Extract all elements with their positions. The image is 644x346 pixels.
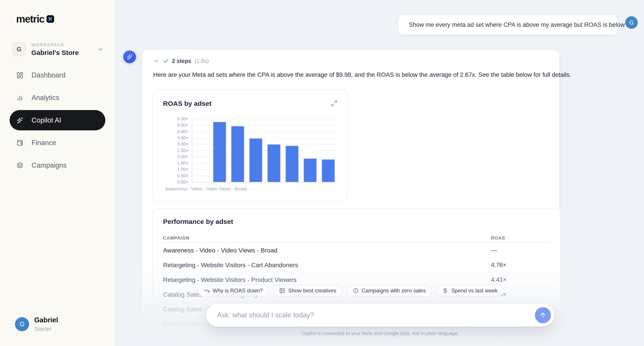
chip-label: Why is ROAS down? [213,288,263,294]
campaign-cell: Awareness - Video - Video Views - Broad [163,247,491,254]
sidebar-nav: Dashboard Analytics Copilot AI Finance [10,65,105,178]
chart-x-axis-label: Awareness - Video - Video Views - Broad [165,186,247,191]
arrow-up-icon [539,311,547,319]
workspace-label: WORKSPACE [31,42,98,47]
bar-4 [268,145,280,182]
bar-7 [322,159,335,182]
sidebar-item-finance[interactable]: Finance [10,133,105,153]
chip-label: Spend vs last week [451,288,498,294]
dollar-icon [442,288,448,294]
user-message-bubble: Show me every meta ad set where CPA is a… [398,15,618,35]
steps-label: 2 steps [172,58,191,64]
copilot-avatar [123,50,136,63]
wallet-icon [16,139,24,147]
steps-duration: (1.8s) [194,58,209,64]
y-tick-label: 1.00× [153,166,188,172]
ask-input[interactable] [206,304,554,326]
dashboard-grid-icon [16,72,24,79]
user-message-text: Show me every meta ad set where CPA is a… [409,21,625,28]
y-tick-label: 0.50× [153,173,188,178]
bar-2 [231,126,244,182]
sidebar-item-dashboard[interactable]: Dashboard [10,65,105,85]
image-icon [279,288,285,294]
chip-label: Campaigns with zero sales [362,288,426,294]
y-tick-label: 1.50× [153,160,188,166]
roas-cell: — [491,247,550,254]
sidebar-item-label: Finance [32,139,56,147]
workspace-switcher[interactable]: G WORKSPACE Gabriel's Store [12,41,104,57]
chart-plot [192,119,337,182]
sparkles-icon [16,117,24,124]
chevron-down-icon [98,46,104,52]
table-title: Performance by adset [163,218,233,225]
user-avatar[interactable]: G [625,16,638,29]
account-avatar: G [15,317,29,331]
roas-chart-card: ROAS by adset Awareness - Video - Video … [152,90,348,201]
sidebar-item-label: Dashboard [32,71,66,79]
bar-6 [304,159,317,182]
chip-campaigns-with-zero-sales[interactable]: Campaigns with zero sales [346,285,432,297]
bar-chart-icon [16,94,24,101]
composer [206,304,554,327]
steps-toggle[interactable]: 2 steps (1.8s) [153,58,209,64]
account-meta: Gabriel Starter [34,316,58,332]
chip-show-best-creatives[interactable]: Show best creatives [273,285,342,297]
bar-1 [213,122,226,182]
workspace-avatar: G [12,42,26,56]
sidebar-item-campaigns[interactable]: Campaigns [10,155,105,175]
chip-why-is-roas-down[interactable]: Why is ROAS down? [198,285,269,297]
sidebar-item-label: Campaigns [32,162,67,170]
sidebar-item-label: Analytics [32,94,59,102]
gridline [192,182,337,182]
response-text: Here are your Meta ad sets where the CPA… [153,71,571,78]
chevron-down-icon [153,58,160,64]
alert-circle-icon [353,288,359,294]
sidebar-item-analytics[interactable]: Analytics [10,88,105,108]
chip-spend-vs-last-week[interactable]: Spend vs last week [436,285,504,297]
y-tick-label: 2.50× [153,148,188,153]
y-tick-label: 5.00× [153,116,188,122]
brand-x-icon [46,15,54,23]
column-header-campaign: CAMPAIGN [163,235,491,241]
workspace-name: Gabriel's Store [31,49,98,56]
bar-5 [286,146,298,182]
account-plan-badge: Starter [34,326,58,332]
account-name: Gabriel [34,316,58,324]
sidebar-item-copilot-ai[interactable]: Copilot AI [10,110,105,130]
account-info[interactable]: G Gabriel Starter [15,316,58,332]
bar-3 [249,138,262,182]
gridline [192,119,337,119]
chip-label: Show best creatives [288,288,336,294]
sidebar-item-label: Copilot AI [32,116,61,124]
suggestion-chips: Why is ROAS down? Show best creatives Ca… [142,285,560,297]
check-icon [163,58,168,64]
workspace-meta: WORKSPACE Gabriel's Store [31,42,98,56]
sidebar: metric G WORKSPACE Gabriel's Store [0,0,116,346]
table-header-row: CAMPAIGN ROAS [163,234,550,243]
y-tick-label: 4.00× [153,129,188,134]
sparkles-icon [126,54,133,60]
app: metric G WORKSPACE Gabriel's Store [0,0,644,346]
y-tick-label: 0.00× [153,179,188,185]
brand-logo-text: metric [16,13,44,25]
y-tick-label: 2.00× [153,154,188,160]
trending-down-icon [204,288,210,294]
y-tick-label: 3.00× [153,141,188,147]
chart-body: Awareness - Video - Video Views - Broad … [153,90,347,201]
column-header-roas: ROAS [491,235,550,241]
copilot-footnote: Copilot is connected to your Meta and Go… [116,331,644,337]
layers-icon [16,162,24,169]
send-button[interactable] [535,307,551,323]
y-tick-label: 4.50× [153,122,188,128]
y-tick-label: 3.50× [153,135,188,141]
brand-logo: metric [16,13,54,25]
